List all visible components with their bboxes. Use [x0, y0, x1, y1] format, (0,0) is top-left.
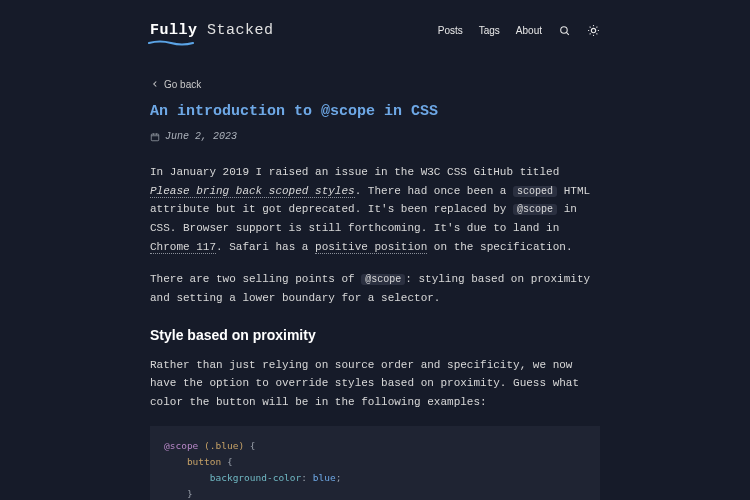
article-body: In January 2019 I raised an issue in the… — [150, 163, 600, 500]
code-token: button — [187, 456, 221, 467]
go-back-label: Go back — [164, 76, 201, 93]
nav-posts[interactable]: Posts — [438, 22, 463, 39]
post-date: June 2, 2023 — [150, 128, 600, 145]
code-token: @scope — [164, 440, 198, 451]
link-safari-position[interactable]: positive position — [315, 241, 427, 254]
chevron-left-icon — [150, 79, 160, 89]
svg-point-2 — [591, 29, 595, 33]
section-heading-proximity: Style based on proximity — [150, 324, 600, 348]
code-block-1: @scope (.blue) { button { background-col… — [150, 426, 600, 500]
code-at-scope: @scope — [513, 204, 557, 215]
paragraph-2: There are two selling points of @scope: … — [150, 270, 600, 307]
code-at-scope-2: @scope — [361, 274, 405, 285]
code-scoped: scoped — [513, 186, 557, 197]
brand-logo[interactable]: Fully Stacked — [150, 18, 274, 44]
sun-icon[interactable] — [587, 24, 600, 37]
page-title: An introduction to @scope in CSS — [150, 99, 600, 125]
svg-line-8 — [596, 34, 597, 35]
svg-line-10 — [596, 27, 597, 28]
text: . There had once been a — [355, 185, 513, 197]
code-token: { — [250, 440, 256, 451]
primary-nav: Posts Tags About — [438, 22, 600, 39]
brand-second: Stacked — [207, 22, 274, 39]
text: There are two selling points of — [150, 273, 361, 285]
code-token: blue — [313, 472, 336, 483]
go-back-link[interactable]: Go back — [150, 76, 201, 93]
svg-rect-11 — [151, 134, 159, 141]
text: In January 2019 I raised an issue in the… — [150, 166, 559, 178]
code-token: ; — [336, 472, 342, 483]
text: on the specification. — [427, 241, 572, 253]
svg-line-7 — [590, 27, 591, 28]
calendar-icon — [150, 132, 160, 142]
svg-point-0 — [561, 27, 568, 33]
code-token: } — [187, 488, 193, 499]
link-chrome-117[interactable]: Chrome 117 — [150, 241, 216, 254]
text: . Safari has a — [216, 241, 315, 253]
svg-line-1 — [566, 33, 568, 35]
nav-tags[interactable]: Tags — [479, 22, 500, 39]
brand-first: Fully — [150, 22, 198, 39]
code-token: { — [227, 456, 233, 467]
code-token: (.blue) — [204, 440, 244, 451]
link-scoped-styles-issue[interactable]: Please bring back scoped styles — [150, 185, 355, 198]
site-header: Fully Stacked Posts Tags About — [150, 18, 600, 44]
svg-line-9 — [590, 34, 591, 35]
search-icon[interactable] — [558, 24, 571, 37]
paragraph-3: Rather than just relying on source order… — [150, 356, 600, 412]
post-date-text: June 2, 2023 — [165, 128, 237, 145]
code-token: : — [301, 472, 307, 483]
nav-about[interactable]: About — [516, 22, 542, 39]
code-token: background-color — [210, 472, 302, 483]
paragraph-1: In January 2019 I raised an issue in the… — [150, 163, 600, 256]
brand-underline-icon — [148, 40, 194, 46]
